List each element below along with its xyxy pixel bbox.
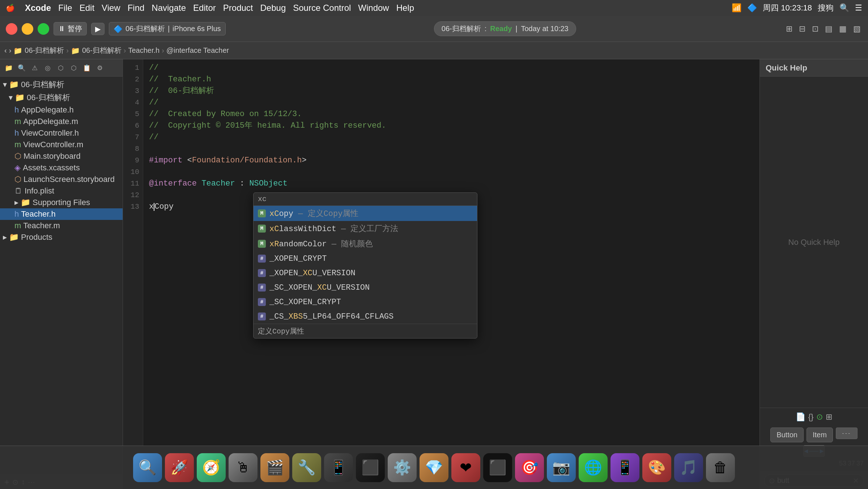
dock-camera[interactable]: 📷 <box>547 453 576 482</box>
dock-iphone[interactable]: 📱 <box>324 453 353 482</box>
widget-item[interactable]: Item <box>807 428 833 442</box>
menubar-product[interactable]: Product <box>223 3 253 13</box>
tree-viewcontroller-m[interactable]: m ViewController.m <box>0 139 123 150</box>
autocomplete-dropdown[interactable]: xc M xCopy — 定义Copy属性 M xClassWithDict —… <box>253 192 477 339</box>
nav-test-icon[interactable]: ◎ <box>42 62 54 74</box>
scheme-selector[interactable]: 🔷 06-归档解析 | iPhone 6s Plus <box>109 22 226 35</box>
tree-viewcontroller-h[interactable]: h ViewController.h <box>0 127 123 139</box>
ac-item-xopen-xcu[interactable]: # _XOPEN_XCU_VERSION <box>254 266 477 280</box>
nav-settings-icon[interactable]: ⚙ <box>94 62 106 74</box>
menubar-file[interactable]: File <box>58 3 72 13</box>
layout-icon-2[interactable]: ▦ <box>838 23 848 35</box>
clock: 周四 10:23:18 <box>763 3 812 13</box>
code-line-2: // Teacher.h <box>149 74 754 85</box>
tree-info-plist[interactable]: 🗒 Info.plist <box>0 185 123 197</box>
nav-next[interactable]: › <box>9 46 12 55</box>
dock-safari[interactable]: 🧭 <box>197 453 226 482</box>
dock-app-7[interactable]: 🎵 <box>674 453 703 482</box>
menubar-window[interactable]: Window <box>358 3 389 13</box>
nav-folder-icon[interactable]: 📁 <box>3 62 14 74</box>
xcassets-icon: ◈ <box>14 163 21 173</box>
menubar-debug[interactable]: Debug <box>260 3 286 13</box>
tree-launch-storyboard[interactable]: ⬡ LaunchScreen.storyboard <box>0 174 123 185</box>
tree-item-label: Teacher.h <box>21 209 55 219</box>
dock-media[interactable]: 🎯 <box>515 453 544 482</box>
nav-search-icon[interactable]: 🔍 <box>16 62 27 74</box>
dock-settings[interactable]: ⚙️ <box>388 453 417 482</box>
code-line-10 <box>149 166 754 178</box>
toolbar-right-icons: ⊞ ⊟ ⊡ ▤ ▦ ▧ <box>784 23 862 35</box>
tree-products[interactable]: ▸ 📁 Products <box>0 231 123 243</box>
code-editor[interactable]: 1 2 3 4 5 6 7 8 9 10 11 12 13 // // Teac… <box>123 59 760 489</box>
dock-finder[interactable]: 🔍 <box>133 453 162 482</box>
widget-icon-1[interactable]: 📄 <box>796 412 805 422</box>
navigator-toggle[interactable]: ⊞ <box>784 23 794 35</box>
nav-warning-icon[interactable]: ⚠ <box>29 62 41 74</box>
tree-appdelegate-m[interactable]: m AppDelegate.m <box>0 116 123 127</box>
maximize-button[interactable] <box>38 23 49 35</box>
dock-video[interactable]: 🎬 <box>260 453 289 482</box>
nav-prev[interactable]: ‹ <box>4 46 7 55</box>
widget-button[interactable]: Button <box>770 428 804 442</box>
widget-icon-4[interactable]: ⊞ <box>826 412 832 422</box>
dock-app-5[interactable]: 📱 <box>610 453 639 482</box>
widget-icon-3[interactable]: ⊙ <box>816 412 823 422</box>
ac-item-sc-xopen-crypt[interactable]: # _SC_XOPEN_CRYPT <box>254 295 477 309</box>
minimize-button[interactable] <box>22 23 33 35</box>
nav-breakpoint-icon[interactable]: ⬡ <box>68 62 80 74</box>
menubar-edit[interactable]: Edit <box>80 3 94 13</box>
tree-products-label: Products <box>21 233 52 242</box>
tree-main-storyboard[interactable]: ⬡ Main.storyboard <box>0 150 123 162</box>
dock-mouse[interactable]: 🖱 <box>229 453 258 482</box>
widget-icon-2[interactable]: {} <box>808 412 814 422</box>
debug-toggle[interactable]: ⊟ <box>797 23 807 35</box>
menubar-navigate[interactable]: Navigate <box>152 3 186 13</box>
search-icon[interactable]: 🔍 <box>839 3 849 13</box>
ac-item-xrandomcolor[interactable]: M xRandomColor — 随机颜色 <box>254 236 477 251</box>
dock-trash[interactable]: 🗑 <box>706 453 735 482</box>
layout-icon-1[interactable]: ▤ <box>824 23 834 35</box>
menubar-xcode[interactable]: Xcode <box>25 3 51 13</box>
menubar-find[interactable]: Find <box>128 3 145 13</box>
main-area: 📁 🔍 ⚠ ◎ ⬡ ⬡ 📋 ⚙ ▾ 📁 06-归档解析 ▾ � <box>0 59 868 489</box>
breadcrumb-part-2[interactable]: 06-归档解析 <box>82 46 122 55</box>
dock-launchpad[interactable]: 🚀 <box>165 453 194 482</box>
ac-item-xopen-crypt[interactable]: # _XOPEN_CRYPT <box>254 251 477 266</box>
tree-teacher-m[interactable]: m Teacher.m <box>0 220 123 231</box>
dock-sketch[interactable]: 💎 <box>420 453 448 482</box>
tree-supporting-files[interactable]: ▸ 📁 Supporting Files <box>0 197 123 208</box>
dock-app-6[interactable]: 🎨 <box>642 453 671 482</box>
breadcrumb-part-4[interactable]: @interface Teacher <box>166 46 229 55</box>
dock-app-red[interactable]: ❤ <box>451 453 480 482</box>
tree-teacher-h[interactable]: h Teacher.h <box>0 208 123 220</box>
menubar-view[interactable]: View <box>102 3 120 13</box>
menubar-source-control[interactable]: Source Control <box>293 3 351 13</box>
ac-item-xclasswithdict[interactable]: M xClassWithDict — 定义工厂方法 <box>254 221 477 236</box>
dock-terminal[interactable]: ⬛ <box>356 453 385 482</box>
breadcrumb-part-1[interactable]: 06-归档解析 <box>25 46 64 55</box>
input-method[interactable]: 搜狗 <box>818 3 834 13</box>
inspector-toggle[interactable]: ⊡ <box>810 23 820 35</box>
nav-debug-icon[interactable]: ⬡ <box>55 62 67 74</box>
root-folder-icon: 📁 <box>9 80 19 89</box>
tree-group[interactable]: ▾ 📁 06-归档解析 <box>0 91 123 104</box>
close-button[interactable] <box>6 23 17 35</box>
dock-app-black[interactable]: ⬛ <box>483 453 512 482</box>
menubar-editor[interactable]: Editor <box>193 3 216 13</box>
ac-item-xcopy[interactable]: M xCopy — 定义Copy属性 <box>254 206 477 221</box>
ac-item-cs-xbs5[interactable]: # _CS_XBS5_LP64_OFF64_CFLAGS <box>254 309 477 324</box>
tree-root[interactable]: ▾ 📁 06-归档解析 <box>0 78 123 91</box>
ac-item-sc-xopen-xcu[interactable]: # _SC_XOPEN_XCU_VERSION <box>254 280 477 295</box>
dock-browser[interactable]: 🌐 <box>579 453 608 482</box>
nav-report-icon[interactable]: 📋 <box>81 62 93 74</box>
dock-tools[interactable]: 🔧 <box>292 453 321 482</box>
stop-button[interactable]: ⏸ 暂停 <box>54 22 87 35</box>
layout-icon-3[interactable]: ▧ <box>852 23 862 35</box>
tree-appdelegate-h[interactable]: h AppDelegate.h <box>0 104 123 116</box>
menubar-help[interactable]: Help <box>396 3 414 13</box>
breadcrumb-part-3[interactable]: Teacher.h <box>128 46 160 55</box>
tree-assets[interactable]: ◈ Assets.xcassets <box>0 162 123 174</box>
run-button[interactable]: ▶ <box>91 23 105 35</box>
apple-icon[interactable]: 🍎 <box>6 4 15 12</box>
menu-icon[interactable]: ☰ <box>855 3 862 13</box>
